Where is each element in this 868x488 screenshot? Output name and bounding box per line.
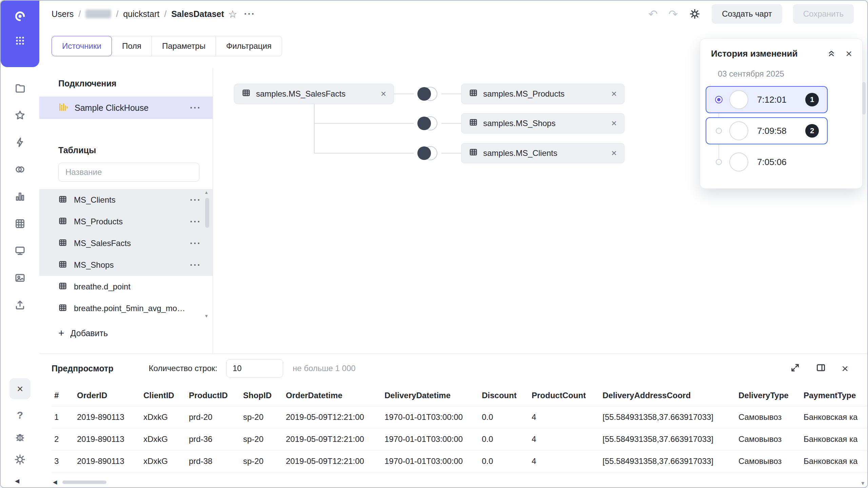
table-list-item[interactable]: MS_SalesFacts ···: [39, 232, 213, 254]
left-join-venn-icon[interactable]: [412, 115, 443, 131]
left-join-venn-icon[interactable]: [412, 86, 443, 102]
connection-item[interactable]: Sample ClickHouse ···: [39, 97, 213, 119]
favorite-star-icon[interactable]: ☆: [228, 8, 237, 20]
horizontal-scrollbar-thumb[interactable]: [62, 481, 106, 484]
table-search-input[interactable]: [58, 163, 199, 182]
tab-sources[interactable]: Источники: [52, 36, 112, 56]
history-entry[interactable]: 7:09:58 2: [706, 117, 828, 144]
row-count-input[interactable]: [226, 359, 283, 378]
scroll-down-icon[interactable]: ▼: [860, 480, 865, 486]
list-scrollbar-thumb[interactable]: [205, 198, 209, 228]
joined-table-node[interactable]: samples.MS_Products ×: [461, 84, 625, 104]
col-header[interactable]: OrderDatetime: [283, 385, 382, 406]
more-actions-icon[interactable]: ···: [244, 9, 255, 19]
table-menu-icon[interactable]: ···: [190, 260, 201, 270]
horizontal-scrollbar: ◀: [53, 479, 106, 485]
create-chart-button[interactable]: Создать чарт: [712, 4, 782, 24]
table-menu-icon[interactable]: ···: [190, 238, 201, 249]
col-header[interactable]: OrderID: [74, 385, 141, 406]
apps-grid-icon[interactable]: [14, 35, 26, 47]
history-list: 7:12:01 1 7:09:58 2 7:05:06: [700, 86, 862, 181]
remove-table-icon[interactable]: ×: [611, 119, 617, 128]
grid-icon[interactable]: [14, 218, 26, 230]
rings-icon[interactable]: [14, 163, 26, 176]
breadcrumb-user-redacted[interactable]: [85, 9, 111, 18]
breadcrumb-quickstart[interactable]: quickstart: [123, 9, 159, 19]
bug-icon[interactable]: [14, 431, 26, 443]
joined-table-node[interactable]: samples.MS_Shops ×: [461, 113, 625, 134]
add-table-button[interactable]: + Добавить: [39, 328, 213, 338]
datalens-logo-icon[interactable]: [14, 10, 26, 22]
col-header[interactable]: ProductID: [186, 385, 240, 406]
history-date: 03 сентября 2025: [700, 59, 862, 86]
breadcrumb: Users / / quickstart / SalesDataset: [52, 9, 224, 19]
tab-fields[interactable]: Поля: [112, 36, 152, 56]
preview-panel: Предпросмотр Количество строк: не больше…: [39, 353, 867, 487]
col-header[interactable]: DeliveryAddressCoord: [600, 385, 736, 406]
preview-close-icon[interactable]: ×: [842, 363, 848, 374]
remove-table-icon[interactable]: ×: [381, 89, 386, 99]
image-icon[interactable]: [14, 272, 26, 284]
expand-icon[interactable]: [790, 363, 800, 374]
folder-icon[interactable]: [14, 82, 26, 94]
lightning-icon[interactable]: [14, 136, 26, 148]
vertical-scrollbar-thumb[interactable]: [862, 82, 866, 115]
table-list-item[interactable]: breathe.d_point: [39, 276, 213, 298]
tab-parameters[interactable]: Параметры: [152, 36, 216, 56]
undo-icon[interactable]: ↶: [648, 8, 658, 20]
dataset-settings-gear-icon[interactable]: [689, 8, 701, 20]
list-scroll-down-icon[interactable]: ▼: [204, 313, 209, 319]
collapse-double-chevron-icon[interactable]: [827, 48, 836, 59]
close-icon[interactable]: ×: [9, 378, 31, 399]
history-entry[interactable]: 7:12:01 1: [706, 86, 828, 113]
revision-badge: 2: [805, 124, 819, 138]
source-table-node[interactable]: samples.MS_SalesFacts ×: [234, 84, 394, 104]
rail-bottom: × ?: [1, 378, 39, 466]
star-icon[interactable]: [14, 109, 26, 121]
table-icon: [58, 282, 67, 292]
table-list-item[interactable]: MS_Shops ···: [39, 254, 213, 276]
history-close-icon[interactable]: ×: [846, 48, 852, 59]
col-header[interactable]: ClientID: [141, 385, 186, 406]
col-header[interactable]: ShopID: [240, 385, 283, 406]
redo-icon[interactable]: ↷: [669, 8, 678, 20]
radio-selected-icon[interactable]: [715, 96, 723, 103]
bar-chart-icon[interactable]: [14, 190, 26, 203]
connection-menu-icon[interactable]: ···: [190, 103, 201, 113]
col-header[interactable]: DeliveryType: [736, 385, 801, 406]
breadcrumb-users[interactable]: Users: [52, 9, 74, 19]
col-header[interactable]: DeliveryDatetime: [382, 385, 479, 406]
save-button[interactable]: Сохранить: [793, 4, 854, 24]
table-icon: [58, 195, 67, 205]
joined-table-node[interactable]: samples.MS_Clients ×: [461, 143, 625, 163]
radio-icon[interactable]: [716, 159, 722, 165]
plus-icon: +: [58, 328, 64, 338]
table-header-row: # OrderID ClientID ProductID ShopID Orde…: [52, 385, 867, 406]
col-header[interactable]: ProductCount: [529, 385, 600, 406]
history-entry[interactable]: 7:05:06: [706, 148, 828, 176]
remove-table-icon[interactable]: ×: [611, 148, 617, 158]
side-panel-layout-icon[interactable]: [816, 363, 826, 374]
col-header[interactable]: PaymentType: [801, 385, 867, 406]
table-icon: [58, 238, 67, 248]
left-join-venn-icon[interactable]: [412, 145, 443, 161]
list-scroll-up-icon[interactable]: ▲: [204, 190, 209, 195]
remove-table-icon[interactable]: ×: [611, 89, 617, 99]
table-list-item[interactable]: MS_Clients ···: [39, 189, 213, 211]
radio-icon[interactable]: [716, 128, 722, 134]
collapse-arrow-icon[interactable]: ◀: [15, 477, 19, 485]
help-icon[interactable]: ?: [17, 409, 23, 421]
settings-gear-icon[interactable]: [14, 453, 26, 466]
col-header[interactable]: #: [52, 385, 74, 406]
tab-filtering[interactable]: Фильтрация: [216, 36, 282, 56]
row-count-hint: не больше 1 000: [293, 364, 356, 373]
monitor-icon[interactable]: [14, 245, 26, 257]
table-list-item[interactable]: MS_Products ···: [39, 211, 213, 232]
table-list-item[interactable]: breathe.point_5min_avg_mos_s…: [39, 298, 213, 319]
rail-nav: [1, 67, 39, 311]
upload-icon[interactable]: [14, 299, 26, 311]
table-menu-icon[interactable]: ···: [190, 195, 201, 205]
col-header[interactable]: Discount: [479, 385, 529, 406]
table-menu-icon[interactable]: ···: [190, 217, 201, 227]
scroll-left-icon[interactable]: ◀: [53, 479, 57, 485]
